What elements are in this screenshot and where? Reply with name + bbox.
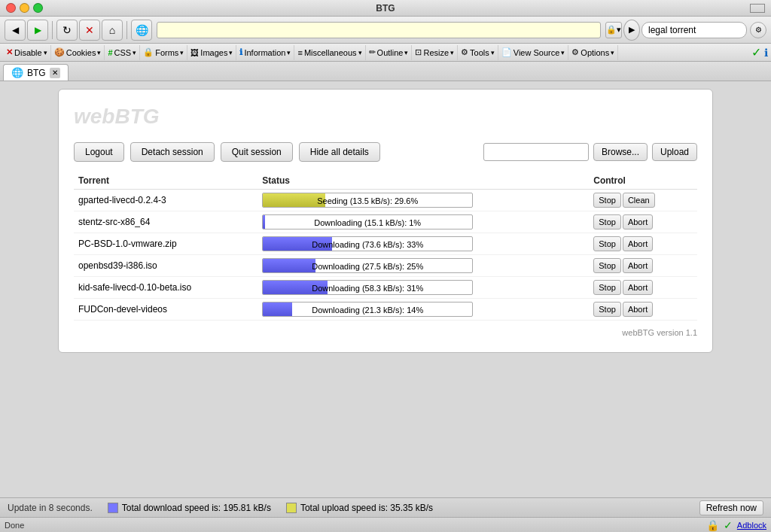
forms-icon: 🔒 [143, 47, 154, 57]
dev-information-label: Information [244, 48, 285, 57]
dev-forms-label: Forms [155, 48, 178, 57]
detach-button[interactable]: Detach session [130, 142, 215, 162]
dev-outline[interactable]: ✏ Outline ▾ [366, 45, 413, 60]
outline-arrow: ▾ [404, 49, 408, 56]
dev-disable-label: Disable [14, 48, 42, 57]
dev-options[interactable]: ⚙ Options ▾ [568, 45, 618, 60]
disable-icon: ✕ [6, 47, 13, 57]
upload-speed-icon [286, 503, 297, 513]
minimize-button[interactable] [20, 3, 29, 13]
padlock-icon: 🔒 [706, 519, 719, 531]
address-input[interactable] [157, 22, 601, 38]
dev-images-label: Images [200, 48, 227, 57]
misc-icon: ≡ [297, 48, 302, 57]
statusbar: Update in 8 seconds. Total download spee… [0, 497, 771, 517]
refresh-now-button[interactable]: Refresh now [699, 500, 763, 515]
dev-images[interactable]: 🖼 Images ▾ [187, 45, 236, 60]
dev-viewsource[interactable]: 📄 View Source ▾ [498, 45, 569, 60]
abort-button[interactable]: Abort [623, 258, 653, 273]
upload-speed: Total upload speed is: 35.35 kB/s [286, 503, 433, 513]
hide-all-button[interactable]: Hide all details [299, 142, 380, 162]
abort-button[interactable]: Abort [623, 214, 653, 230]
viewsource-icon: 📄 [501, 47, 512, 57]
dev-cookies-label: Cookies [66, 48, 96, 57]
table-row: kid-safe-livecd-0.10-beta.isoDownloading… [74, 277, 697, 299]
upload-button[interactable]: Upload [652, 143, 697, 161]
stop-button[interactable]: Stop [593, 280, 621, 295]
abort-button[interactable]: Abort [623, 302, 653, 317]
search-input[interactable] [641, 22, 747, 38]
dev-end: ✓ ℹ [751, 45, 768, 59]
table-row: gparted-livecd-0.2.4-3Seeding (13.5 kB/s… [74, 190, 697, 211]
torrent-controls: StopClean [589, 190, 697, 211]
check-icon: ✓ [724, 519, 733, 531]
stop-button[interactable]: Stop [593, 214, 621, 230]
tab-icon: 🌐 [11, 67, 23, 78]
close-button[interactable] [6, 3, 16, 13]
stop-button[interactable]: Stop [593, 236, 621, 251]
window-title: BTG [376, 3, 395, 14]
col-status: Status [258, 172, 589, 190]
torrent-status: Downloading (21.3 kB/s): 14% [258, 299, 589, 321]
torrent-status: Downloading (27.5 kB/s): 25% [258, 255, 589, 277]
globe-button[interactable]: 🌐 [131, 20, 152, 41]
status-text: Done [5, 521, 24, 530]
misc-arrow: ▾ [358, 49, 362, 56]
torrent-controls: StopAbort [589, 299, 697, 321]
torrent-controls: StopAbort [589, 277, 697, 299]
search-button[interactable]: ⚙ [750, 22, 766, 38]
dev-disable[interactable]: ✕ Disable ▾ [3, 45, 51, 60]
main-content: webBTG Logout Detach session Quit sessio… [0, 81, 771, 497]
resize-icon [750, 4, 765, 13]
tab-btg[interactable]: 🌐 BTG ✕ [3, 64, 69, 81]
dev-forms[interactable]: 🔒 Forms ▾ [140, 45, 187, 60]
cookies-icon: 🍪 [54, 47, 65, 57]
back-button[interactable]: ◀ [5, 20, 26, 41]
dev-css[interactable]: # CSS ▾ [105, 45, 140, 60]
stop-button[interactable]: Stop [593, 302, 621, 317]
quit-button[interactable]: Quit session [221, 142, 293, 162]
abort-button[interactable]: Abort [623, 280, 653, 295]
tools-icon: ⚙ [461, 47, 468, 57]
viewsource-arrow: ▾ [561, 49, 565, 56]
stop-button[interactable]: Stop [593, 258, 621, 273]
torrent-controls: StopAbort [589, 211, 697, 233]
stop-button[interactable]: Stop [593, 193, 621, 208]
upload-speed-label: Total upload speed is: 35.35 kB/s [300, 503, 433, 513]
stop-button[interactable]: ✕ [79, 20, 100, 41]
home-button[interactable]: ⌂ [102, 20, 123, 41]
images-icon: 🖼 [190, 48, 199, 57]
go-button[interactable]: ▶ [623, 20, 640, 41]
abort-button[interactable]: Abort [623, 236, 653, 251]
logout-button[interactable]: Logout [74, 142, 124, 162]
maximize-button[interactable] [33, 3, 43, 13]
action-buttons: Logout Detach session Quit session Hide … [74, 142, 697, 162]
col-torrent: Torrent [74, 172, 258, 190]
cookies-arrow: ▾ [97, 49, 101, 56]
forms-arrow: ▾ [180, 49, 184, 56]
resize-arrow: ▾ [450, 49, 454, 56]
download-speed-label: Total download speed is: 195.81 kB/s [122, 503, 271, 513]
tab-label: BTG [27, 68, 46, 78]
forward-button[interactable]: ▶ [27, 20, 48, 41]
information-arrow: ▾ [287, 49, 291, 56]
refresh-button[interactable]: ↻ [56, 20, 78, 41]
torrent-name: FUDCon-devel-videos [74, 299, 258, 321]
dev-resize[interactable]: ⊡ Resize ▾ [412, 45, 458, 60]
table-row: PC-BSD-1.0-vmware.zipDownloading (73.6 k… [74, 233, 697, 255]
options-icon: ⚙ [571, 47, 579, 57]
adblock-link[interactable]: Adblock [737, 521, 766, 530]
app-title: webBTG [74, 105, 697, 129]
table-row: openbsd39-i386.isoDownloading (27.5 kB/s… [74, 255, 697, 277]
dev-information[interactable]: ℹ Information ▾ [236, 45, 294, 60]
torrent-status: Seeding (13.5 kB/s): 29.6% [258, 190, 589, 211]
tab-close-button[interactable]: ✕ [50, 68, 60, 78]
dev-cookies[interactable]: 🍪 Cookies ▾ [51, 45, 105, 60]
clean-button[interactable]: Clean [623, 193, 655, 208]
resize-icon2: ⊡ [415, 47, 422, 57]
torrent-status: Downloading (73.6 kB/s): 33% [258, 233, 589, 255]
browse-button[interactable]: Browse... [593, 143, 648, 161]
lock-dropdown[interactable]: 🔒▾ [605, 22, 622, 38]
dev-tools[interactable]: ⚙ Tools ▾ [458, 45, 498, 60]
dev-misc[interactable]: ≡ Miscellaneous ▾ [294, 45, 365, 60]
